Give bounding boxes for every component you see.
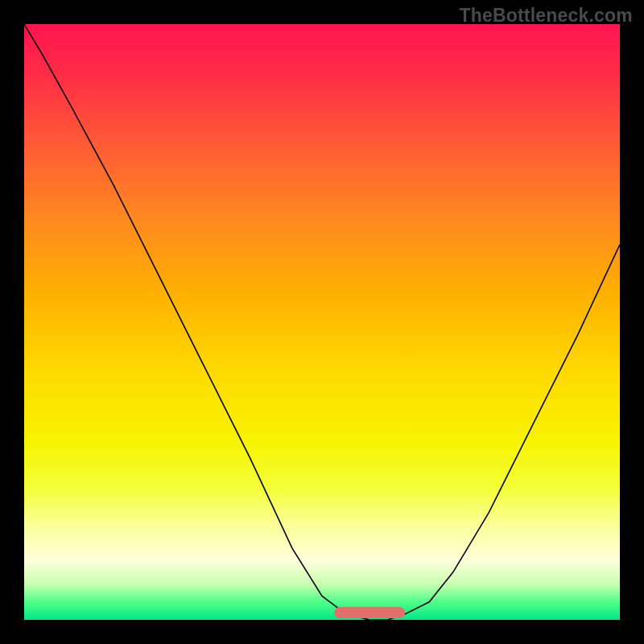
watermark-text: TheBottleneck.com xyxy=(459,5,633,27)
chart-svg xyxy=(24,24,620,620)
chart-curve xyxy=(24,24,620,620)
chart-plot-area xyxy=(24,24,620,620)
